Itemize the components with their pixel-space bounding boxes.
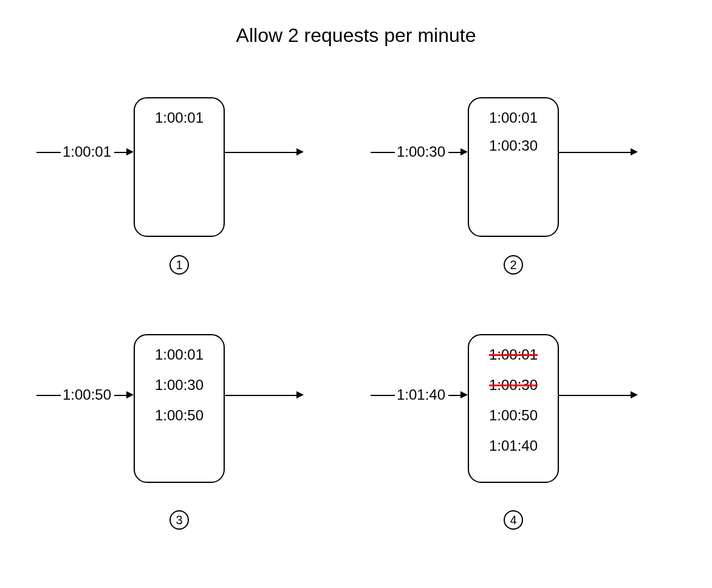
log-entry: 1:00:01	[135, 109, 224, 126]
arrow-in-line2	[448, 395, 462, 396]
step-badge: 3	[169, 510, 189, 530]
arrow-in-line	[36, 152, 61, 153]
panel-2: 1:00:30 1:00:01 1:00:30 2	[371, 91, 668, 292]
log-entry-struck: 1:00:30	[469, 377, 558, 394]
arrow-in-line2	[114, 395, 128, 396]
arrow-in-line2	[114, 152, 128, 153]
log-box: 1:00:01	[134, 97, 225, 237]
incoming-label: 1:00:30	[394, 143, 448, 160]
arrow-in-head-icon	[126, 148, 134, 156]
log-entry: 1:00:01	[469, 109, 558, 126]
panel-3: 1:00:50 1:00:01 1:00:30 1:00:50 3	[36, 328, 334, 547]
log-entry: 1:00:50	[135, 407, 224, 424]
step-badge: 2	[504, 255, 523, 275]
incoming-label: 1:00:50	[60, 386, 114, 403]
arrow-in-line	[371, 395, 395, 396]
diagram-title: Allow 2 requests per minute	[0, 24, 712, 47]
arrow-out-line	[559, 152, 632, 153]
arrow-out-line	[559, 395, 632, 396]
arrow-out-head-icon	[631, 148, 638, 156]
arrow-out-head-icon	[296, 148, 304, 156]
log-entry: 1:00:30	[135, 377, 224, 394]
arrow-in-head-icon	[460, 391, 468, 398]
diagram-canvas: Allow 2 requests per minute 1:00:01 1:00…	[0, 0, 712, 588]
arrow-in-line2	[448, 152, 462, 153]
log-box: 1:00:01 1:00:30 1:00:50	[134, 334, 225, 483]
log-box: 1:00:01 1:00:30 1:00:50 1:01:40	[468, 334, 559, 483]
arrow-in-head-icon	[126, 391, 134, 398]
step-badge: 1	[169, 255, 189, 275]
arrow-out-head-icon	[296, 391, 304, 398]
log-entry-struck: 1:00:01	[469, 346, 558, 363]
log-box: 1:00:01 1:00:30	[468, 97, 559, 237]
incoming-label: 1:00:01	[60, 143, 114, 160]
log-entry: 1:01:40	[469, 437, 558, 454]
arrow-out-line	[225, 395, 298, 396]
arrow-out-head-icon	[631, 391, 638, 398]
arrow-in-line	[371, 152, 395, 153]
arrow-in-head-icon	[460, 148, 468, 156]
arrow-in-line	[36, 395, 61, 396]
log-entry: 1:00:50	[469, 407, 558, 424]
log-entry: 1:00:01	[135, 346, 224, 363]
arrow-out-line	[225, 152, 298, 153]
panel-1: 1:00:01 1:00:01 1	[36, 91, 334, 292]
incoming-label: 1:01:40	[394, 386, 448, 403]
step-badge: 4	[504, 510, 523, 530]
panel-4: 1:01:40 1:00:01 1:00:30 1:00:50 1:01:40 …	[371, 328, 668, 547]
log-entry: 1:00:30	[469, 137, 558, 154]
